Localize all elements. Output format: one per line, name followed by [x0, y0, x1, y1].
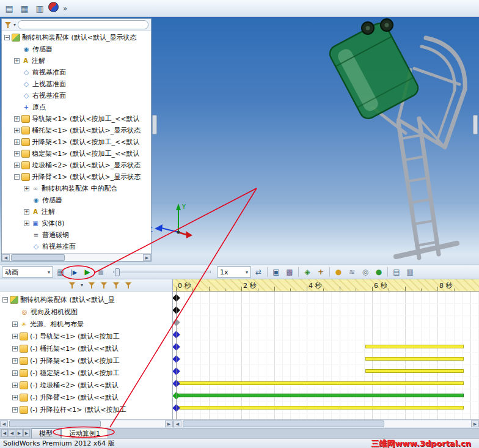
timeline-ruler[interactable]: 0 秒2 秒4 秒6 秒8 秒	[173, 279, 479, 292]
expander-icon[interactable]: +	[14, 128, 20, 133]
feature-tree-item[interactable]: ◇前视基准面	[2, 241, 151, 252]
chart-button[interactable]: ▥	[404, 266, 416, 278]
mm-tree-item[interactable]: +(-) 稳定架<1> (默认<按加工	[0, 367, 172, 379]
expander-icon[interactable]: +	[14, 116, 20, 122]
feature-tree-item[interactable]: +A注解	[2, 55, 151, 67]
scroll-left-icon[interactable]: ◀	[2, 254, 10, 261]
expander-icon[interactable]: +	[12, 358, 18, 364]
expander-icon[interactable]: +	[12, 334, 18, 339]
stop-button[interactable]: ■	[95, 266, 107, 278]
expander-icon[interactable]: +	[14, 58, 20, 64]
timeline-change-bar[interactable]	[365, 369, 464, 373]
expander-icon[interactable]: +	[12, 383, 18, 388]
feature-tree-item[interactable]: +升降架<1> (默认<按加工_<<默认	[2, 136, 151, 148]
expander-icon[interactable]: +	[14, 163, 20, 168]
expander-icon[interactable]: +	[24, 186, 29, 191]
expander-icon[interactable]: +	[24, 221, 29, 226]
scroll-right-icon[interactable]: ▶	[143, 254, 151, 261]
scroll-right-icon[interactable]: ▶	[471, 420, 479, 427]
feature-tree-item[interactable]: +稳定架<1> (默认<按加工_<<默认	[2, 148, 151, 160]
timeline-row[interactable]	[173, 292, 479, 304]
mm-tree-item[interactable]: +(-) 升降拉杆<1> (默认<按加工	[0, 403, 172, 416]
mm-tree-item[interactable]: +(-) 导轨架<1> (默认<按加工	[0, 330, 172, 342]
scroll-right-icon[interactable]: ▶	[165, 420, 173, 427]
window-icon[interactable]: ▥	[33, 2, 46, 15]
timeline-change-bar[interactable]	[176, 394, 464, 397]
timeline-grid[interactable]	[173, 292, 479, 419]
scroll-thumb[interactable]	[11, 254, 65, 261]
timeline-row[interactable]	[173, 365, 479, 377]
mm-tree-item[interactable]: +(-) 桶托架<1> (默认<<默认	[0, 342, 172, 354]
timeline-row[interactable]	[173, 353, 479, 365]
filter-funnel-icon[interactable]	[4, 21, 12, 29]
scroll-left-icon[interactable]: ◀	[0, 420, 8, 427]
playback-mode-button[interactable]: ⇄	[252, 266, 265, 278]
expander-icon[interactable]: +	[12, 321, 18, 327]
feature-tree-item[interactable]: +▣实体(8)	[2, 218, 151, 229]
feature-tree-item[interactable]: ◉传感器	[2, 43, 151, 55]
scroll-track[interactable]	[181, 420, 471, 427]
feature-tree-item[interactable]: +垃圾桶<2> (默认<默认>_显示状态	[2, 160, 151, 171]
feature-tree-item[interactable]: ◇上视基准面	[2, 78, 151, 90]
feature-tree-item[interactable]: −升降臂<1> (默认<默认>_显示状态	[2, 171, 151, 183]
timeline-row[interactable]	[173, 389, 479, 402]
motion-study-tab[interactable]: 运动算例1	[61, 428, 108, 438]
tab-nav-next-icon[interactable]: ▶	[16, 429, 23, 437]
timeline-row[interactable]	[173, 377, 479, 389]
feature-tree-item[interactable]: +桶托架<1> (默认<默认>_显示状态	[2, 125, 151, 136]
study-type-select[interactable]: 动画 ▾	[2, 266, 53, 277]
expander-icon[interactable]: −	[2, 297, 8, 303]
feature-tree-item[interactable]: ◉传感器	[2, 194, 151, 206]
feature-tree-item[interactable]: +导轨架<1> (默认<按加工_<<默认	[2, 113, 151, 125]
timeline-area[interactable]: 0 秒2 秒4 秒6 秒8 秒	[173, 279, 479, 419]
expander-icon[interactable]: +	[12, 407, 18, 413]
mm-tree-item[interactable]: −翻转机构装配体 (默认<默认_显	[0, 293, 172, 306]
expander-icon[interactable]: +	[12, 370, 18, 376]
timeline-change-bar[interactable]	[365, 357, 464, 361]
filter-driving-icon[interactable]	[100, 282, 108, 289]
expander-icon[interactable]: −	[14, 174, 20, 180]
viewport-splitter-handle[interactable]	[473, 115, 478, 134]
toolbar-overflow-chevron[interactable]: »	[63, 4, 67, 13]
scroll-thumb[interactable]	[9, 420, 101, 427]
feature-tree-item[interactable]: ≡普通碳钢	[2, 229, 151, 241]
timeline-hscrollbar[interactable]: ◀ ▶	[174, 420, 479, 428]
results-button[interactable]: ▤	[390, 266, 403, 278]
timeline-row[interactable]	[173, 340, 479, 353]
slider-thumb[interactable]	[115, 268, 120, 276]
open-document-icon[interactable]: ▦	[18, 2, 31, 15]
autokey-button[interactable]: ◈	[301, 266, 313, 278]
timeline-row[interactable]	[173, 316, 479, 328]
scroll-track[interactable]	[10, 254, 143, 261]
filter-animated-icon[interactable]	[88, 282, 95, 289]
playback-speed-select[interactable]: 1x ▾	[217, 266, 251, 277]
chevron-down-icon[interactable]: ▾	[13, 22, 16, 28]
feature-tree-item[interactable]: +A注解	[2, 206, 151, 218]
mm-tree-item[interactable]: +☀光源、相机与布景	[0, 318, 172, 330]
panel-splitter-handle[interactable]	[152, 115, 157, 134]
expander-icon[interactable]: +	[14, 151, 20, 156]
chevron-down-icon[interactable]: ▾	[81, 282, 83, 288]
filter-field[interactable]	[18, 20, 148, 29]
feature-tree-hscrollbar[interactable]: ◀ ▶	[2, 253, 151, 261]
feature-tree-item[interactable]: ◇右视基准面	[2, 90, 151, 101]
timeline-zoom-slider[interactable]	[113, 271, 211, 273]
play-from-start-button[interactable]: |▶	[68, 266, 80, 278]
add-key-button[interactable]: +	[315, 266, 327, 278]
scroll-track[interactable]	[8, 420, 165, 427]
expander-icon[interactable]: +	[24, 209, 29, 215]
expander-icon[interactable]: +	[12, 346, 18, 351]
save-animation-button[interactable]: ▣	[270, 266, 282, 278]
gravity-button[interactable]: ●	[373, 266, 385, 278]
motor-button[interactable]: ●	[332, 266, 345, 278]
timeline-change-bar[interactable]	[176, 381, 464, 385]
tree-hscrollbar[interactable]: ◀ ▶	[0, 420, 174, 428]
tab-nav-last-icon[interactable]: ▶	[23, 429, 30, 437]
play-button[interactable]: ▶	[81, 266, 93, 278]
spring-button[interactable]: ≋	[346, 266, 358, 278]
scroll-thumb[interactable]	[183, 420, 384, 427]
animation-wizard-button[interactable]: ▩	[283, 266, 296, 278]
filter-results-icon[interactable]	[125, 282, 132, 289]
feature-tree-item[interactable]: +∞翻转机构装配体 中的配合	[2, 183, 151, 194]
contact-button[interactable]: ◎	[359, 266, 371, 278]
